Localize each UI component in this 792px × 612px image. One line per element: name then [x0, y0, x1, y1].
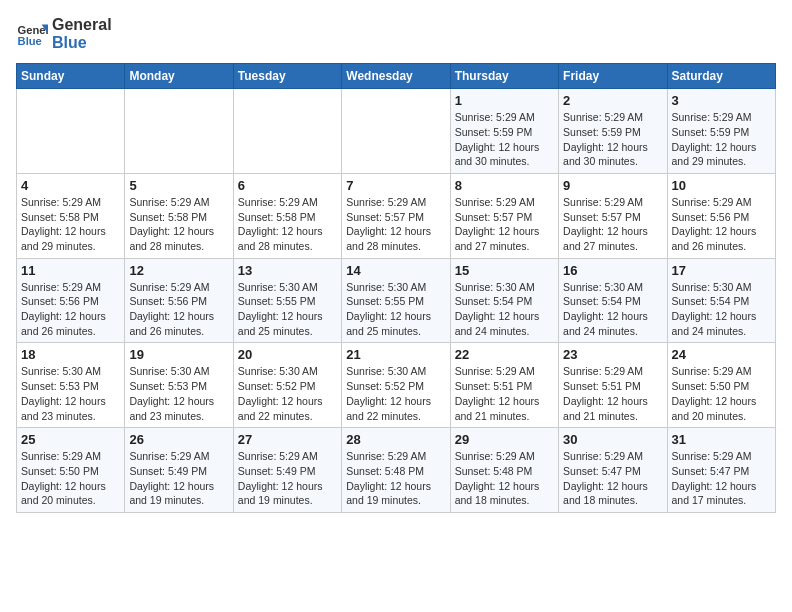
day-info: Sunrise: 5:29 AM Sunset: 5:49 PM Dayligh…	[238, 449, 337, 508]
day-number: 28	[346, 432, 445, 447]
day-info: Sunrise: 5:29 AM Sunset: 5:59 PM Dayligh…	[455, 110, 554, 169]
day-number: 6	[238, 178, 337, 193]
day-number: 31	[672, 432, 771, 447]
calendar-cell: 22Sunrise: 5:29 AM Sunset: 5:51 PM Dayli…	[450, 343, 558, 428]
day-number: 19	[129, 347, 228, 362]
calendar-cell: 8Sunrise: 5:29 AM Sunset: 5:57 PM Daylig…	[450, 173, 558, 258]
day-info: Sunrise: 5:30 AM Sunset: 5:52 PM Dayligh…	[346, 364, 445, 423]
calendar-cell: 21Sunrise: 5:30 AM Sunset: 5:52 PM Dayli…	[342, 343, 450, 428]
day-number: 30	[563, 432, 662, 447]
calendar-cell	[17, 89, 125, 174]
day-info: Sunrise: 5:29 AM Sunset: 5:51 PM Dayligh…	[455, 364, 554, 423]
day-number: 11	[21, 263, 120, 278]
calendar-cell: 7Sunrise: 5:29 AM Sunset: 5:57 PM Daylig…	[342, 173, 450, 258]
day-number: 7	[346, 178, 445, 193]
day-info: Sunrise: 5:29 AM Sunset: 5:57 PM Dayligh…	[346, 195, 445, 254]
day-number: 26	[129, 432, 228, 447]
logo: General Blue General Blue	[16, 16, 112, 51]
day-info: Sunrise: 5:29 AM Sunset: 5:48 PM Dayligh…	[346, 449, 445, 508]
day-info: Sunrise: 5:30 AM Sunset: 5:54 PM Dayligh…	[563, 280, 662, 339]
day-number: 5	[129, 178, 228, 193]
day-info: Sunrise: 5:29 AM Sunset: 5:48 PM Dayligh…	[455, 449, 554, 508]
day-number: 9	[563, 178, 662, 193]
calendar-cell: 6Sunrise: 5:29 AM Sunset: 5:58 PM Daylig…	[233, 173, 341, 258]
day-number: 4	[21, 178, 120, 193]
calendar-cell: 15Sunrise: 5:30 AM Sunset: 5:54 PM Dayli…	[450, 258, 558, 343]
logo-line2: Blue	[52, 34, 112, 52]
calendar-cell: 10Sunrise: 5:29 AM Sunset: 5:56 PM Dayli…	[667, 173, 775, 258]
day-info: Sunrise: 5:29 AM Sunset: 5:59 PM Dayligh…	[672, 110, 771, 169]
calendar-cell: 5Sunrise: 5:29 AM Sunset: 5:58 PM Daylig…	[125, 173, 233, 258]
calendar-cell: 20Sunrise: 5:30 AM Sunset: 5:52 PM Dayli…	[233, 343, 341, 428]
week-row-4: 18Sunrise: 5:30 AM Sunset: 5:53 PM Dayli…	[17, 343, 776, 428]
day-info: Sunrise: 5:29 AM Sunset: 5:47 PM Dayligh…	[672, 449, 771, 508]
day-number: 22	[455, 347, 554, 362]
week-row-2: 4Sunrise: 5:29 AM Sunset: 5:58 PM Daylig…	[17, 173, 776, 258]
col-header-saturday: Saturday	[667, 64, 775, 89]
calendar-cell: 24Sunrise: 5:29 AM Sunset: 5:50 PM Dayli…	[667, 343, 775, 428]
calendar-cell: 30Sunrise: 5:29 AM Sunset: 5:47 PM Dayli…	[559, 428, 667, 513]
day-number: 20	[238, 347, 337, 362]
calendar-cell: 28Sunrise: 5:29 AM Sunset: 5:48 PM Dayli…	[342, 428, 450, 513]
day-number: 13	[238, 263, 337, 278]
day-info: Sunrise: 5:30 AM Sunset: 5:52 PM Dayligh…	[238, 364, 337, 423]
day-info: Sunrise: 5:29 AM Sunset: 5:57 PM Dayligh…	[563, 195, 662, 254]
calendar-cell: 25Sunrise: 5:29 AM Sunset: 5:50 PM Dayli…	[17, 428, 125, 513]
calendar-cell: 13Sunrise: 5:30 AM Sunset: 5:55 PM Dayli…	[233, 258, 341, 343]
day-number: 17	[672, 263, 771, 278]
col-header-monday: Monday	[125, 64, 233, 89]
col-header-sunday: Sunday	[17, 64, 125, 89]
calendar-cell: 12Sunrise: 5:29 AM Sunset: 5:56 PM Dayli…	[125, 258, 233, 343]
logo-line1: General	[52, 16, 112, 34]
day-info: Sunrise: 5:30 AM Sunset: 5:55 PM Dayligh…	[238, 280, 337, 339]
calendar-cell: 14Sunrise: 5:30 AM Sunset: 5:55 PM Dayli…	[342, 258, 450, 343]
calendar-cell: 4Sunrise: 5:29 AM Sunset: 5:58 PM Daylig…	[17, 173, 125, 258]
calendar-cell: 29Sunrise: 5:29 AM Sunset: 5:48 PM Dayli…	[450, 428, 558, 513]
logo-icon: General Blue	[16, 18, 48, 50]
day-number: 16	[563, 263, 662, 278]
day-number: 3	[672, 93, 771, 108]
week-row-5: 25Sunrise: 5:29 AM Sunset: 5:50 PM Dayli…	[17, 428, 776, 513]
week-row-1: 1Sunrise: 5:29 AM Sunset: 5:59 PM Daylig…	[17, 89, 776, 174]
day-info: Sunrise: 5:30 AM Sunset: 5:54 PM Dayligh…	[455, 280, 554, 339]
calendar-cell: 31Sunrise: 5:29 AM Sunset: 5:47 PM Dayli…	[667, 428, 775, 513]
calendar-cell: 18Sunrise: 5:30 AM Sunset: 5:53 PM Dayli…	[17, 343, 125, 428]
day-number: 15	[455, 263, 554, 278]
day-number: 10	[672, 178, 771, 193]
calendar-cell: 19Sunrise: 5:30 AM Sunset: 5:53 PM Dayli…	[125, 343, 233, 428]
day-info: Sunrise: 5:29 AM Sunset: 5:50 PM Dayligh…	[672, 364, 771, 423]
week-row-3: 11Sunrise: 5:29 AM Sunset: 5:56 PM Dayli…	[17, 258, 776, 343]
day-info: Sunrise: 5:29 AM Sunset: 5:56 PM Dayligh…	[21, 280, 120, 339]
day-info: Sunrise: 5:29 AM Sunset: 5:50 PM Dayligh…	[21, 449, 120, 508]
day-info: Sunrise: 5:29 AM Sunset: 5:57 PM Dayligh…	[455, 195, 554, 254]
day-info: Sunrise: 5:29 AM Sunset: 5:58 PM Dayligh…	[238, 195, 337, 254]
day-number: 2	[563, 93, 662, 108]
calendar-table: SundayMondayTuesdayWednesdayThursdayFrid…	[16, 63, 776, 513]
day-info: Sunrise: 5:29 AM Sunset: 5:51 PM Dayligh…	[563, 364, 662, 423]
header-row: SundayMondayTuesdayWednesdayThursdayFrid…	[17, 64, 776, 89]
calendar-cell: 26Sunrise: 5:29 AM Sunset: 5:49 PM Dayli…	[125, 428, 233, 513]
day-number: 25	[21, 432, 120, 447]
calendar-cell: 2Sunrise: 5:29 AM Sunset: 5:59 PM Daylig…	[559, 89, 667, 174]
day-info: Sunrise: 5:30 AM Sunset: 5:54 PM Dayligh…	[672, 280, 771, 339]
calendar-cell: 23Sunrise: 5:29 AM Sunset: 5:51 PM Dayli…	[559, 343, 667, 428]
col-header-tuesday: Tuesday	[233, 64, 341, 89]
day-info: Sunrise: 5:29 AM Sunset: 5:56 PM Dayligh…	[129, 280, 228, 339]
day-number: 14	[346, 263, 445, 278]
calendar-cell: 1Sunrise: 5:29 AM Sunset: 5:59 PM Daylig…	[450, 89, 558, 174]
day-info: Sunrise: 5:30 AM Sunset: 5:55 PM Dayligh…	[346, 280, 445, 339]
calendar-cell	[233, 89, 341, 174]
day-info: Sunrise: 5:29 AM Sunset: 5:58 PM Dayligh…	[129, 195, 228, 254]
day-number: 29	[455, 432, 554, 447]
day-info: Sunrise: 5:29 AM Sunset: 5:47 PM Dayligh…	[563, 449, 662, 508]
day-info: Sunrise: 5:29 AM Sunset: 5:56 PM Dayligh…	[672, 195, 771, 254]
day-number: 23	[563, 347, 662, 362]
day-number: 12	[129, 263, 228, 278]
day-number: 21	[346, 347, 445, 362]
col-header-thursday: Thursday	[450, 64, 558, 89]
day-info: Sunrise: 5:30 AM Sunset: 5:53 PM Dayligh…	[129, 364, 228, 423]
calendar-cell: 16Sunrise: 5:30 AM Sunset: 5:54 PM Dayli…	[559, 258, 667, 343]
svg-text:Blue: Blue	[18, 35, 42, 47]
col-header-friday: Friday	[559, 64, 667, 89]
calendar-cell: 9Sunrise: 5:29 AM Sunset: 5:57 PM Daylig…	[559, 173, 667, 258]
